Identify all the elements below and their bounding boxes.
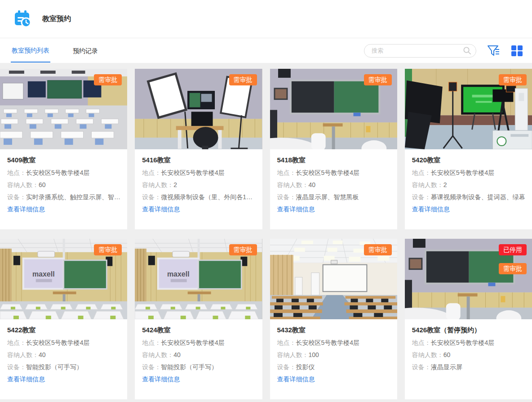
- capacity-row: 容纳人数：60: [412, 351, 525, 359]
- search-icon: [463, 46, 471, 55]
- view-details-link[interactable]: 查看详细信息: [7, 205, 45, 214]
- card-info: 5420教室 地点：长安校区5号教学楼4层 容纳人数：2 设备：慕课视频录制设备…: [405, 149, 532, 214]
- tab-classroom-list[interactable]: 教室预约列表: [11, 39, 50, 63]
- filter-icon[interactable]: [487, 45, 500, 57]
- classroom-card-5424[interactable]: 需审批 5424教室 地点：长安校区5号教学楼4层 容纳人数：40 设备：智能投…: [135, 239, 262, 399]
- view-details-link[interactable]: 查看详细信息: [142, 205, 180, 214]
- classroom-name: 5420教室: [412, 155, 525, 165]
- location-row: 地点：长安校区5号教学楼4层: [142, 169, 255, 177]
- toolbar: [364, 38, 523, 63]
- classroom-card-5409[interactable]: 需审批 5409教室 地点：长安校区5号教学楼4层 容纳人数：60 设备：实时录…: [0, 69, 127, 229]
- card-info: 5432教室 地点：长安校区5号教学楼4层 容纳人数：100 设备：投影仪 查看…: [270, 319, 397, 384]
- view-details-link[interactable]: 查看详细信息: [277, 375, 315, 384]
- location-row: 地点：长安校区5号教学楼4层: [142, 339, 255, 347]
- classroom-photo: 需审批: [135, 239, 262, 319]
- classroom-card-5416[interactable]: 需审批 5416教室 地点：长安校区5号教学楼4层 容纳人数：2 设备：微视频录…: [135, 69, 262, 229]
- classroom-name: 5409教室: [7, 155, 120, 165]
- classroom-card-5426[interactable]: 已停用 需审批 5426教室（暂停预约） 地点：长安校区5号教学楼4层 容纳人数…: [405, 239, 532, 399]
- classroom-name: 5418教室: [277, 155, 390, 165]
- equipment-row: 设备：智能投影（可手写）: [7, 363, 120, 371]
- location-row: 地点：长安校区5号教学楼4层: [7, 339, 120, 347]
- page-title: 教室预约: [42, 14, 71, 24]
- view-details-link[interactable]: 查看详细信息: [277, 205, 315, 214]
- card-info: 5424教室 地点：长安校区5号教学楼4层 容纳人数：40 设备：智能投影（可手…: [135, 319, 262, 384]
- location-row: 地点：长安校区5号教学楼4层: [412, 339, 525, 347]
- equipment-row: 设备：智能投影（可手写）: [142, 363, 255, 371]
- tab-bar: 教室预约列表 预约记录: [0, 38, 532, 63]
- classroom-name: 5432教室: [277, 325, 390, 335]
- classroom-photo: 已停用 需审批: [405, 239, 532, 319]
- classroom-card-5420[interactable]: 需审批 5420教室 地点：长安校区5号教学楼4层 容纳人数：2 设备：慕课视频…: [405, 69, 532, 229]
- view-details-link[interactable]: 查看详细信息: [7, 375, 45, 384]
- status-badge-approval: 需审批: [364, 74, 392, 85]
- classroom-photo: 需审批: [0, 239, 127, 319]
- card-info: 5426教室（暂停预约） 地点：长安校区5号教学楼4层 容纳人数：60 设备：液…: [405, 319, 532, 371]
- tab-reservation-records[interactable]: 预约记录: [72, 40, 99, 62]
- equipment-row: 设备：慕课视频录制设备、提词器、绿幕: [412, 193, 525, 201]
- classroom-card-5432[interactable]: 需审批 5432教室 地点：长安校区5号教学楼4层 容纳人数：100 设备：投影…: [270, 239, 397, 399]
- calendar-clock-icon: [13, 10, 31, 28]
- classroom-name: 5424教室: [142, 325, 255, 335]
- equipment-row: 设备：实时录播系统、触控显示屏、智…: [7, 193, 120, 201]
- classroom-photo: 需审批: [270, 239, 397, 319]
- card-info: 5422教室 地点：长安校区5号教学楼4层 容纳人数：40 设备：智能投影（可手…: [0, 319, 127, 384]
- classroom-card-5422[interactable]: 需审批 5422教室 地点：长安校区5号教学楼4层 容纳人数：40 设备：智能投…: [0, 239, 127, 399]
- view-details-link[interactable]: 查看详细信息: [142, 375, 180, 384]
- status-badge-approval: 需审批: [229, 244, 257, 255]
- equipment-row: 设备：液晶显示屏、智慧黑板: [277, 193, 390, 201]
- capacity-row: 容纳人数：2: [412, 181, 525, 189]
- classroom-name: 5416教室: [142, 155, 255, 165]
- search-box[interactable]: [364, 44, 476, 58]
- classroom-photo: 需审批: [405, 69, 532, 149]
- capacity-row: 容纳人数：2: [142, 181, 255, 189]
- classroom-card-5418[interactable]: 需审批 5418教室 地点：长安校区5号教学楼4层 容纳人数：40 设备：液晶显…: [270, 69, 397, 229]
- card-info: 5418教室 地点：长安校区5号教学楼4层 容纳人数：40 设备：液晶显示屏、智…: [270, 149, 397, 214]
- capacity-row: 容纳人数：40: [7, 351, 120, 359]
- status-badge-approval: 需审批: [499, 74, 527, 85]
- card-info: 5409教室 地点：长安校区5号教学楼4层 容纳人数：60 设备：实时录播系统、…: [0, 149, 127, 214]
- location-row: 地点：长安校区5号教学楼4层: [277, 169, 390, 177]
- location-row: 地点：长安校区5号教学楼4层: [412, 169, 525, 177]
- grid-view-icon[interactable]: [511, 45, 523, 57]
- search-input[interactable]: [372, 47, 463, 54]
- capacity-row: 容纳人数：100: [277, 351, 390, 359]
- equipment-row: 设备：微视频录制设备（里、外间各1…: [142, 193, 255, 201]
- card-info: 5416教室 地点：长安校区5号教学楼4层 容纳人数：2 设备：微视频录制设备（…: [135, 149, 262, 214]
- capacity-row: 容纳人数：40: [142, 351, 255, 359]
- classroom-photo: 需审批: [0, 69, 127, 149]
- capacity-row: 容纳人数：40: [277, 181, 390, 189]
- capacity-row: 容纳人数：60: [7, 181, 120, 189]
- status-badge-disabled: 已停用: [499, 244, 527, 255]
- classroom-name: 5422教室: [7, 325, 120, 335]
- equipment-row: 设备：液晶显示屏: [412, 363, 525, 371]
- status-badge-approval: 需审批: [94, 74, 122, 85]
- classroom-photo: 需审批: [135, 69, 262, 149]
- status-badge-approval: 需审批: [364, 244, 392, 255]
- app-header: 教室预约: [0, 0, 532, 38]
- status-badge-approval: 需审批: [499, 263, 527, 274]
- location-row: 地点：长安校区5号教学楼4层: [7, 169, 120, 177]
- classroom-card-grid: 需审批 5409教室 地点：长安校区5号教学楼4层 容纳人数：60 设备：实时录…: [0, 69, 532, 399]
- status-badge-approval: 需审批: [94, 244, 122, 255]
- location-row: 地点：长安校区5号教学楼4层: [277, 339, 390, 347]
- equipment-row: 设备：投影仪: [277, 363, 390, 371]
- status-badge-approval: 需审批: [229, 74, 257, 85]
- classroom-name: 5426教室（暂停预约）: [412, 325, 525, 335]
- view-details-link[interactable]: 查看详细信息: [412, 205, 450, 214]
- classroom-photo: 需审批: [270, 69, 397, 149]
